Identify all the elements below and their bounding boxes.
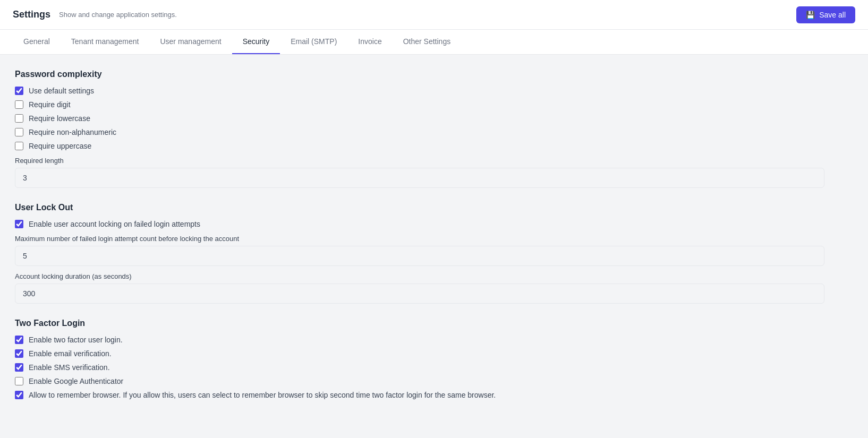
tab-tenant-management[interactable]: Tenant management [61,30,150,54]
enable-locking-label[interactable]: Enable user account locking on failed lo… [29,220,200,228]
tab-general[interactable]: General [13,30,61,54]
require-lowercase-label[interactable]: Require lowercase [29,114,90,123]
require-non-alphanumeric-label[interactable]: Require non-alphanumeric [29,128,116,136]
page-subtitle: Show and change application settings. [59,11,177,19]
enable-email-verification-row: Enable email verification. [15,349,824,358]
enable-email-verification-checkbox[interactable] [15,349,23,358]
allow-remember-browser-checkbox[interactable] [15,391,23,399]
require-non-alphanumeric-checkbox[interactable] [15,128,23,136]
save-all-label: Save all [819,11,846,19]
max-attempts-label: Maximum number of failed login attempt c… [15,235,824,243]
allow-remember-browser-row: Allow to remember browser. If you allow … [15,391,824,399]
lock-duration-input[interactable] [15,284,824,304]
required-length-input[interactable] [15,168,824,188]
save-all-button[interactable]: 💾 Save all [796,6,855,23]
enable-google-auth-label[interactable]: Enable Google Authenticator [29,377,123,385]
require-digit-label[interactable]: Require digit [29,100,71,109]
page-title: Settings [13,9,50,20]
header-left: Settings Show and change application set… [13,9,177,20]
enable-sms-verification-label[interactable]: Enable SMS verification. [29,363,110,372]
use-default-settings-row: Use default settings [15,87,824,95]
user-lock-out-title: User Lock Out [15,203,824,212]
two-factor-login-section: Two Factor Login Enable two factor user … [15,319,824,399]
save-icon: 💾 [806,11,815,19]
header: Settings Show and change application set… [0,0,868,30]
main-content: Password complexity Use default settings… [0,55,839,429]
password-complexity-section: Password complexity Use default settings… [15,70,824,188]
tab-email-smtp[interactable]: Email (SMTP) [280,30,347,54]
require-lowercase-checkbox[interactable] [15,114,23,123]
enable-locking-checkbox[interactable] [15,220,23,228]
enable-two-factor-checkbox[interactable] [15,336,23,344]
required-length-label: Required length [15,157,824,165]
enable-locking-row: Enable user account locking on failed lo… [15,220,824,228]
tab-security[interactable]: Security [232,30,280,54]
use-default-settings-label[interactable]: Use default settings [29,87,94,95]
password-complexity-title: Password complexity [15,70,824,79]
enable-sms-verification-checkbox[interactable] [15,363,23,372]
user-lock-out-section: User Lock Out Enable user account lockin… [15,203,824,304]
require-non-alphanumeric-row: Require non-alphanumeric [15,128,824,136]
require-uppercase-label[interactable]: Require uppercase [29,142,91,150]
require-uppercase-row: Require uppercase [15,142,824,150]
enable-sms-verification-row: Enable SMS verification. [15,363,824,372]
enable-two-factor-row: Enable two factor user login. [15,336,824,344]
lock-duration-label: Account locking duration (as seconds) [15,272,824,280]
enable-two-factor-label[interactable]: Enable two factor user login. [29,336,123,344]
enable-google-auth-row: Enable Google Authenticator [15,377,824,385]
two-factor-login-title: Two Factor Login [15,319,824,328]
tab-user-management[interactable]: User management [149,30,232,54]
enable-email-verification-label[interactable]: Enable email verification. [29,349,112,358]
enable-google-auth-checkbox[interactable] [15,377,23,385]
use-default-settings-checkbox[interactable] [15,87,23,95]
tabs-bar: General Tenant management User managemen… [0,30,868,55]
require-digit-row: Require digit [15,100,824,109]
require-digit-checkbox[interactable] [15,100,23,109]
require-lowercase-row: Require lowercase [15,114,824,123]
tab-other-settings[interactable]: Other Settings [393,30,462,54]
max-attempts-input[interactable] [15,246,824,266]
tab-invoice[interactable]: Invoice [347,30,392,54]
allow-remember-browser-label[interactable]: Allow to remember browser. If you allow … [29,391,496,399]
require-uppercase-checkbox[interactable] [15,142,23,150]
